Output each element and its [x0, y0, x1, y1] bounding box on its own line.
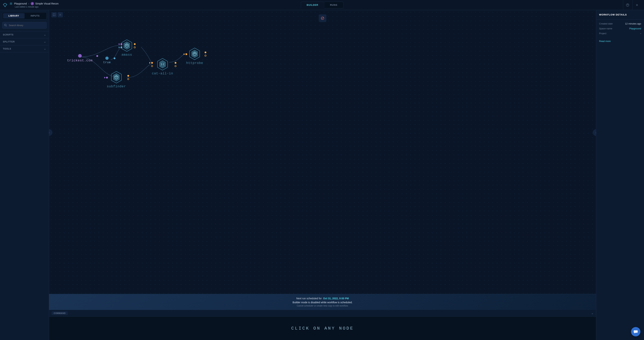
- canvas-nav-right[interactable]: ›: [593, 129, 596, 136]
- canvas-area: ‹ › trickest.com: [49, 10, 596, 340]
- section-tools-label: TOOLS: [3, 47, 11, 50]
- node-cat-all-in[interactable]: cat-all-in: [152, 58, 173, 75]
- canvas-nav-left[interactable]: ‹: [49, 129, 52, 136]
- node-label: amass: [121, 53, 132, 57]
- close-icon[interactable]: [632, 0, 641, 10]
- disabled-indicator-icon: [319, 14, 326, 22]
- chevron-down-icon: ⌄: [44, 33, 46, 36]
- svg-point-4: [4, 24, 6, 26]
- command-label: COMMAND: [52, 311, 68, 315]
- input-port[interactable]: [184, 53, 185, 55]
- help-icon[interactable]: [623, 0, 632, 10]
- scheduler-banner: Next run scheduled for Oct 31, 2022, 9:0…: [49, 294, 596, 310]
- breadcrumb-space[interactable]: Playground: [14, 2, 27, 5]
- output-port[interactable]: [174, 62, 176, 64]
- output-port[interactable]: [204, 55, 206, 57]
- node-amass[interactable]: amass: [121, 39, 132, 57]
- output-port[interactable]: [127, 75, 129, 77]
- node-label: trickest.com: [67, 59, 93, 62]
- chevron-down-icon: ⌄: [591, 312, 594, 315]
- expand-icon[interactable]: [58, 12, 63, 17]
- search-library-input[interactable]: [2, 22, 47, 29]
- builder-hint-message: Cancel scheduler or create new copy to e…: [52, 305, 593, 307]
- topbar: Playground › Simple Visual Recon Last ed…: [0, 0, 644, 10]
- output-port[interactable]: [204, 51, 206, 53]
- tab-runs[interactable]: RUNS: [324, 1, 343, 8]
- source-dot-icon: [105, 57, 108, 60]
- svg-marker-13: [192, 50, 198, 58]
- node-source-true[interactable]: true: [103, 57, 111, 64]
- input-port[interactable]: [106, 77, 108, 79]
- svg-marker-9: [113, 73, 120, 81]
- builder-disabled-message: Builder mode is disabled while workflow …: [52, 301, 593, 304]
- breadcrumb: Playground › Simple Visual Recon Last ed…: [10, 2, 58, 8]
- output-port[interactable]: [114, 57, 116, 59]
- next-run-label: Next run scheduled for: [296, 297, 322, 300]
- command-panel-header[interactable]: COMMAND ⌄: [49, 310, 596, 317]
- created-date-value: 12 minutes ago: [625, 22, 641, 25]
- library-tab-inputs[interactable]: INPUTS: [24, 13, 46, 18]
- search-icon: [4, 24, 7, 27]
- tab-builder[interactable]: BUILDER: [301, 1, 324, 8]
- node-label: true: [103, 61, 111, 64]
- command-placeholder: CLICK ON ANY NODE: [291, 326, 354, 331]
- output-port[interactable]: [174, 65, 176, 67]
- input-port[interactable]: [120, 46, 122, 48]
- section-splitter-label: SPLITTER: [3, 40, 15, 43]
- output-port[interactable]: [96, 55, 98, 57]
- input-port[interactable]: [119, 43, 120, 45]
- output-port[interactable]: [134, 43, 136, 45]
- next-run-date: Oct 31, 2022, 9:00 PM: [323, 297, 349, 300]
- hexagon-icon: [189, 47, 200, 60]
- source-dot-icon: [78, 54, 82, 58]
- library-tab-library[interactable]: LIBRARY: [3, 13, 24, 18]
- hexagon-icon: [157, 58, 168, 71]
- section-scripts[interactable]: SCRIPTS ⌄: [0, 31, 49, 38]
- library-tabs: LIBRARY INPUTS: [2, 12, 47, 19]
- input-port[interactable]: [119, 46, 120, 48]
- node-label: httprobe: [186, 61, 203, 65]
- node-httprobe[interactable]: httprobe: [186, 47, 203, 65]
- input-port[interactable]: [120, 43, 122, 45]
- space-name-label: Space name: [599, 27, 612, 30]
- workflow-badge-icon: [31, 2, 34, 5]
- hexagon-icon: [111, 71, 122, 84]
- input-port[interactable]: [151, 62, 153, 64]
- command-panel-body: CLICK ON ANY NODE: [49, 317, 596, 340]
- input-port[interactable]: [149, 62, 151, 64]
- chevron-down-icon: ⌄: [44, 40, 46, 43]
- main-tabs: BUILDER RUNS: [301, 1, 344, 8]
- breadcrumb-separator: ›: [28, 2, 29, 5]
- chat-fab[interactable]: [631, 327, 640, 337]
- hexagon-icon: [121, 39, 132, 52]
- output-port[interactable]: [127, 78, 129, 80]
- section-tools[interactable]: TOOLS ⌄: [0, 45, 49, 52]
- input-port[interactable]: [151, 65, 153, 67]
- library-sidebar: LIBRARY INPUTS SCRIPTS ⌄ SPLITTER ⌄: [0, 10, 49, 340]
- project-label: Project: [599, 32, 606, 35]
- read-more-link[interactable]: Read more: [599, 40, 641, 42]
- app-logo[interactable]: [3, 3, 7, 7]
- last-edited-label: Last edited 1 minute ago: [10, 5, 58, 8]
- project-value: -: [640, 32, 641, 35]
- breadcrumb-workflow[interactable]: Simple Visual Recon: [35, 2, 59, 5]
- section-scripts-label: SCRIPTS: [3, 33, 14, 36]
- space-name-value[interactable]: Playground: [629, 27, 641, 30]
- space-icon: [10, 2, 13, 5]
- node-label: cat-all-in: [152, 72, 173, 75]
- node-subfinder[interactable]: subfinder: [107, 71, 126, 88]
- output-port[interactable]: [134, 46, 136, 48]
- details-panel: WORKFLOW DETAILS Created date 12 minutes…: [596, 10, 644, 340]
- workflow-canvas[interactable]: ‹ › trickest.com: [49, 10, 596, 294]
- fit-view-icon[interactable]: [52, 12, 57, 17]
- input-port[interactable]: [186, 53, 187, 55]
- details-title: WORKFLOW DETAILS: [596, 10, 644, 19]
- svg-marker-7: [124, 41, 130, 50]
- created-date-label: Created date: [599, 22, 612, 25]
- section-splitter[interactable]: SPLITTER ⌄: [0, 38, 49, 45]
- chevron-down-icon: ⌄: [44, 47, 46, 50]
- svg-marker-11: [159, 60, 166, 68]
- input-port[interactable]: [104, 77, 106, 79]
- node-source-domain[interactable]: trickest.com: [67, 54, 93, 62]
- node-label: subfinder: [107, 85, 126, 88]
